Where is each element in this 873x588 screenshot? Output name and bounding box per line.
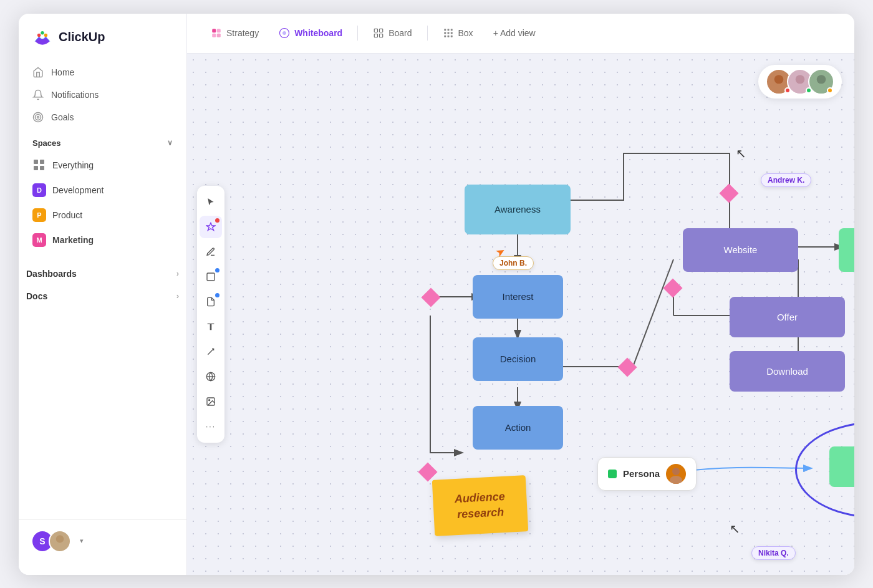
offer-label: Offer xyxy=(777,312,798,322)
svg-point-7 xyxy=(54,542,66,550)
cursor-arrow-nikita: ↖ xyxy=(730,523,740,535)
svg-point-44 xyxy=(670,476,682,484)
nikita-q-label: Nikita Q. xyxy=(751,546,796,560)
tab-board[interactable]: Board xyxy=(364,22,420,44)
svg-point-47 xyxy=(796,75,804,84)
product-icon: P xyxy=(32,208,46,222)
node-download[interactable]: Download xyxy=(730,351,845,392)
svg-rect-25 xyxy=(207,273,215,281)
awareness-label: Awareness xyxy=(494,204,541,214)
toolbar-globe-btn[interactable] xyxy=(200,365,222,388)
sidebar-item-notifications[interactable]: Notifications xyxy=(25,84,180,106)
dashboards-label: Dashboards xyxy=(26,269,77,279)
svg-rect-14 xyxy=(374,34,377,37)
sidebar-item-development[interactable]: D Development xyxy=(19,178,186,203)
node-awareness[interactable]: Awareness xyxy=(465,185,571,234)
avatar-3 xyxy=(808,69,834,95)
toolbar-connector-btn[interactable] xyxy=(200,340,222,363)
diamond-bottom-left xyxy=(418,462,437,481)
sidebar-development-label: Development xyxy=(52,185,104,195)
svg-rect-13 xyxy=(380,29,383,32)
svg-point-50 xyxy=(814,84,829,94)
spaces-section: Spaces ∨ xyxy=(19,128,186,153)
sidebar-item-goals[interactable]: Goals xyxy=(25,106,180,128)
svg-point-46 xyxy=(771,84,786,94)
user-chevron[interactable]: ▾ xyxy=(80,537,84,545)
whiteboard-icon xyxy=(279,27,290,39)
node-decision[interactable]: Decision xyxy=(473,337,563,381)
main-content: Strategy Whiteboard Board Box + Add view xyxy=(187,14,854,575)
decision-label: Decision xyxy=(500,354,536,364)
svg-point-6 xyxy=(56,535,64,542)
tab-strategy[interactable]: Strategy xyxy=(202,22,268,44)
magic-icon xyxy=(206,222,216,232)
image-icon xyxy=(206,397,216,407)
top-nav: Strategy Whiteboard Board Box + Add view xyxy=(187,14,854,54)
svg-point-2 xyxy=(41,31,44,34)
bottom-nav-section: Dashboards › Docs › xyxy=(19,263,186,307)
node-website[interactable]: Website xyxy=(683,228,798,272)
box-icon xyxy=(443,27,454,39)
sidebar-item-marketing[interactable]: M Marketing xyxy=(19,228,186,253)
clickup-logo-icon xyxy=(31,26,54,49)
sticky-note-icon xyxy=(206,297,216,307)
svg-rect-18 xyxy=(450,29,452,31)
add-view-button[interactable]: + Add view xyxy=(485,23,544,43)
bell-icon xyxy=(32,89,44,100)
tab-whiteboard-label: Whiteboard xyxy=(294,28,342,38)
text-icon xyxy=(206,322,216,332)
sidebar-item-product[interactable]: P Product xyxy=(19,203,186,228)
svg-line-36 xyxy=(633,259,673,367)
tab-box[interactable]: Box xyxy=(434,22,482,44)
sidebar-product-label: Product xyxy=(52,210,82,220)
node-blog[interactable]: Blog xyxy=(829,446,854,487)
spaces-chevron[interactable]: ∨ xyxy=(167,138,173,147)
toolbar-rect-btn[interactable] xyxy=(200,266,222,288)
sticky-note-audience[interactable]: Audienceresearch xyxy=(432,475,529,536)
tab-board-label: Board xyxy=(388,28,412,38)
tab-whiteboard[interactable]: Whiteboard xyxy=(270,22,351,44)
board-icon xyxy=(373,27,384,39)
toolbar-select-btn[interactable] xyxy=(200,191,222,213)
persona-card[interactable]: Persona xyxy=(597,457,697,491)
svg-point-48 xyxy=(793,84,808,94)
svg-rect-21 xyxy=(450,32,452,34)
sidebar-item-home[interactable]: Home xyxy=(25,61,180,84)
node-offer[interactable]: Offer xyxy=(730,297,845,337)
avatar-group xyxy=(758,65,842,99)
toolbar-text-btn[interactable] xyxy=(200,316,222,338)
sidebar-user[interactable]: S ▾ xyxy=(19,519,186,562)
home-icon xyxy=(32,67,44,78)
svg-rect-16 xyxy=(444,29,446,31)
persona-green-dot xyxy=(608,470,617,478)
diamond-decision-right xyxy=(617,357,637,377)
toolbar-image-btn[interactable] xyxy=(200,390,222,413)
user-avatar-group: S xyxy=(31,530,71,552)
connector-icon xyxy=(206,347,216,357)
persona-label: Persona xyxy=(623,468,660,479)
interest-label: Interest xyxy=(502,291,533,302)
toolbar-pen-btn[interactable] xyxy=(200,241,222,263)
sidebar-item-docs[interactable]: Docs › xyxy=(19,285,186,307)
nikita-q-text: Nikita Q. xyxy=(758,549,789,557)
whiteboard-canvas[interactable]: ··· xyxy=(187,54,854,575)
svg-rect-22 xyxy=(444,36,446,37)
diamond-middle xyxy=(663,278,682,297)
download-label: Download xyxy=(766,366,808,377)
whiteboard-toolbar: ··· xyxy=(197,186,224,443)
sidebar-logo[interactable]: ClickUp xyxy=(19,26,186,61)
sidebar-item-everything[interactable]: Everything xyxy=(19,153,186,178)
cursor-andrew: ↖ xyxy=(736,147,746,160)
toolbar-more-btn[interactable]: ··· xyxy=(200,415,222,438)
toolbar-sticky-btn[interactable] xyxy=(200,291,222,313)
svg-rect-15 xyxy=(380,34,383,37)
marketing-icon: M xyxy=(32,233,46,247)
cursor-nikita: ↖ xyxy=(730,523,740,535)
node-action[interactable]: Action xyxy=(473,406,563,450)
svg-point-5 xyxy=(37,116,39,118)
tab-divider-2 xyxy=(427,26,428,41)
node-homepage[interactable]: Homepage xyxy=(839,228,854,272)
toolbar-magic-btn[interactable] xyxy=(200,216,222,238)
sidebar-item-dashboards[interactable]: Dashboards › xyxy=(19,263,186,285)
node-interest[interactable]: Interest xyxy=(473,275,563,319)
